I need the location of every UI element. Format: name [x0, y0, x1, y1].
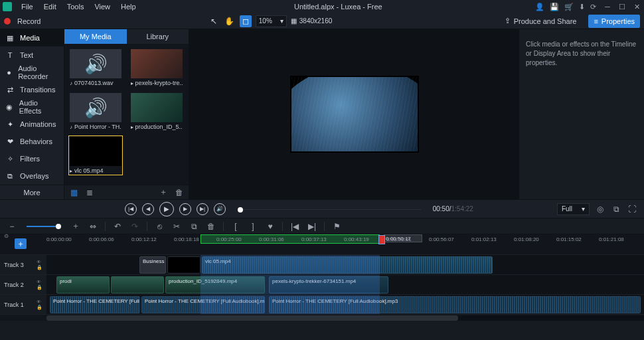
timeline-clip[interactable]: pexels-krypto-trekker-6734151.mp4 — [269, 276, 388, 294]
crop-tool-button[interactable]: ◻ — [240, 15, 252, 27]
fullscreen-button[interactable]: ⛶ — [627, 204, 637, 214]
prev-frame-button[interactable]: ◀ — [142, 203, 154, 215]
more-button[interactable]: More — [0, 185, 64, 199]
minimize-button[interactable]: ─ — [603, 3, 612, 11]
menu-help[interactable]: Help — [116, 1, 141, 12]
thumb-label: production_ID_5... — [135, 124, 183, 130]
zoom-slider[interactable] — [27, 226, 61, 227]
tab-library[interactable]: Library — [127, 29, 189, 44]
ruler-tick: 0:00:25:00 — [216, 236, 242, 242]
snapshot-button[interactable]: ◎ — [595, 204, 605, 214]
redo-button[interactable]: ↷ — [129, 221, 140, 232]
properties-button[interactable]: ≡Properties — [588, 15, 640, 28]
track-content[interactable]: Businessvlc 05.mp4 — [46, 255, 644, 274]
sidebar-item-audio-recorder[interactable]: ●Audio Recorder — [0, 64, 64, 81]
lock-icon[interactable]: 🔒 — [37, 265, 42, 270]
thumb-label: 07074013.wav — [74, 80, 114, 86]
sidebar-item-overlays[interactable]: ⧉Overlays — [0, 167, 64, 185]
detach-preview-button[interactable]: ⧉ — [611, 204, 621, 214]
timeline-clip[interactable]: prodi — [56, 276, 110, 294]
visibility-icon[interactable]: 👁 — [37, 260, 42, 264]
menu-tools[interactable]: Tools — [62, 1, 90, 12]
zoom-out-button[interactable]: − — [7, 221, 17, 232]
flag-button[interactable]: ⚑ — [331, 221, 342, 232]
preview-size-select[interactable]: Full▾ — [557, 203, 590, 215]
list-view-button[interactable]: ≣ — [84, 187, 95, 198]
timeline-clip[interactable]: Point Horror - THE CEMETERY [Full Audiob… — [141, 296, 265, 313]
sidebar-item-transitions[interactable]: ⇄Transitions — [0, 81, 64, 98]
timeline-clip[interactable]: production_ID_5192849.mp4 — [165, 276, 265, 294]
media-thumb[interactable]: ▸pexels-krypto-tre... — [131, 49, 183, 86]
account-icon[interactable]: 👤 — [535, 3, 544, 11]
prev-marker-button[interactable]: |◀ — [289, 221, 300, 232]
timeline-clip[interactable]: Point Horror - THE CEMETERY [Full Audiob… — [269, 296, 641, 313]
delete-button[interactable]: 🗑 — [206, 221, 216, 232]
track-header[interactable]: Track 2👁🔒 — [0, 275, 46, 294]
media-thumb[interactable]: 🔊♪Point Horror - TH... — [70, 93, 121, 130]
media-thumb[interactable]: 🔊♪07074013.wav — [70, 49, 121, 86]
skip-end-button[interactable]: ▶| — [197, 203, 208, 215]
next-marker-button[interactable]: ▶| — [307, 221, 317, 232]
produce-share-button[interactable]: ⇪Produce and Share — [499, 15, 582, 28]
menu-view[interactable]: View — [89, 1, 116, 12]
split-button[interactable]: ⎋ — [154, 221, 165, 232]
sidebar-item-behaviors[interactable]: ❤Behaviors — [0, 133, 64, 150]
play-button[interactable]: ▶ — [159, 202, 174, 216]
media-type-icon: ▸ — [70, 168, 72, 174]
track-label: Track 2 — [4, 282, 24, 288]
timeline-scrollbar[interactable] — [0, 314, 644, 321]
hand-tool-button[interactable]: ✋ — [224, 15, 236, 27]
track-content[interactable]: Point Horror - THE CEMETERY [Full Aidiob… — [46, 295, 644, 314]
cart-icon[interactable]: 🛒 — [564, 3, 574, 11]
playback-slider[interactable] — [238, 209, 421, 210]
cut-button[interactable]: ✂ — [171, 221, 182, 232]
media-thumb[interactable]: ▸production_ID_5... — [131, 93, 183, 130]
skip-start-button[interactable]: |◀ — [125, 203, 137, 215]
sidebar-item-media[interactable]: ▦Media — [0, 29, 64, 46]
mark-in-button[interactable]: [ — [230, 221, 241, 232]
visibility-icon[interactable]: 👁 — [37, 280, 42, 284]
timeline-clip[interactable]: Business — [139, 256, 166, 274]
timeline-clip[interactable]: Point Horror - THE CEMETERY [Full Aidiob… — [50, 296, 140, 313]
fit-zoom-button[interactable]: ⇔ — [88, 221, 98, 232]
preview-area[interactable] — [189, 29, 519, 199]
lock-icon[interactable]: 🔒 — [37, 305, 42, 310]
menu-file[interactable]: File — [16, 1, 39, 12]
delete-media-button[interactable]: 🗑 — [174, 187, 185, 198]
add-media-button[interactable]: ＋ — [158, 187, 169, 198]
timeline-ruler[interactable]: 0:00:50:17 0:00:00:000:00:06:060:00:12:1… — [46, 234, 644, 254]
tab-my-media[interactable]: My Media — [64, 29, 127, 44]
download-icon[interactable]: ⬇ — [579, 3, 585, 11]
lock-icon[interactable]: 🔒 — [37, 285, 42, 290]
grid-view-button[interactable]: ▦ — [68, 187, 79, 198]
marker-button[interactable]: ♥ — [265, 221, 276, 232]
media-thumb[interactable]: ▸vlc 05.mp4 — [70, 137, 121, 174]
timeline-clip[interactable] — [167, 256, 201, 274]
visibility-icon[interactable]: 👁 — [37, 299, 42, 304]
maximize-button[interactable]: ☐ — [617, 3, 627, 11]
sidebar-item-animations[interactable]: ✦Animations — [0, 116, 64, 133]
record-button[interactable]: Record — [17, 17, 40, 25]
undo-button[interactable]: ↶ — [112, 221, 123, 232]
track-content[interactable]: prodiproduction_ID_5192849.mp4pexels-kry… — [46, 275, 644, 294]
sync-icon[interactable]: ⟳ — [590, 3, 596, 11]
timeline-clip[interactable] — [111, 276, 164, 294]
track-header[interactable]: Track 1👁🔒 — [0, 295, 46, 314]
zoom-select[interactable]: 10%▾ — [256, 15, 287, 27]
timeline-clip[interactable]: vlc 05.mp4 — [202, 256, 493, 274]
track-header[interactable]: Track 3👁🔒 — [0, 255, 46, 274]
close-button[interactable]: ✕ — [632, 3, 641, 11]
mark-out-button[interactable]: ] — [248, 221, 258, 232]
snap-toggle-icon[interactable]: ⯐ — [0, 234, 46, 237]
sidebar-item-text[interactable]: TText — [0, 46, 64, 64]
pointer-tool-button[interactable]: ↖ — [208, 15, 220, 27]
sidebar-item-audio-effects[interactable]: ◉Audio Effects — [0, 98, 64, 116]
copy-button[interactable]: ⧉ — [189, 221, 199, 232]
volume-button[interactable]: 🔊 — [214, 203, 226, 215]
zoom-in-button[interactable]: ＋ — [70, 221, 81, 232]
next-frame-button[interactable]: ▶ — [179, 203, 191, 215]
menu-edit[interactable]: Edit — [39, 1, 62, 12]
sidebar-item-filters[interactable]: ✧Filters — [0, 150, 64, 167]
save-icon[interactable]: 💾 — [550, 3, 559, 11]
add-track-button[interactable]: ＋ — [15, 238, 27, 249]
